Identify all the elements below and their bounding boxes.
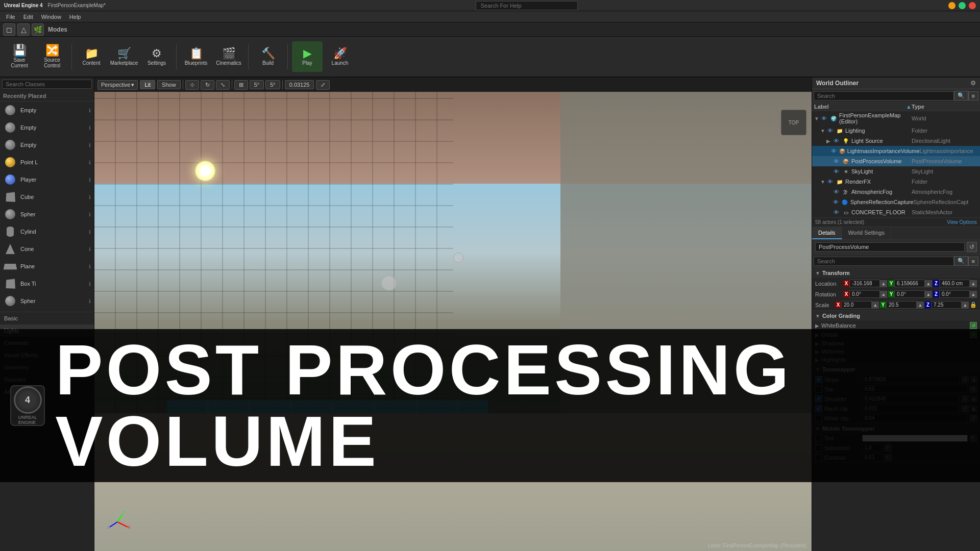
- build-button[interactable]: 🔨 Build: [253, 41, 283, 72]
- cinematics-button[interactable]: 🎬 Cinematics: [213, 41, 244, 72]
- placement-item-10[interactable]: Box Ti ℹ: [0, 275, 94, 292]
- wo-item-lightmass[interactable]: 👁 📦 LightmassImportanceVolume LightmassI…: [812, 146, 980, 156]
- wo-eye-renderfx[interactable]: 👁: [827, 179, 836, 185]
- viewport-nav-cube[interactable]: TOP: [781, 110, 806, 135]
- color-grading-header[interactable]: ▼ Color Grading: [812, 311, 980, 321]
- vp-rotate-tool[interactable]: ↻: [201, 80, 214, 90]
- blueprints-button[interactable]: 📋 Blueprints: [181, 41, 211, 72]
- wo-eye-sphere-ref[interactable]: 👁: [833, 199, 841, 205]
- wo-eye-skylight[interactable]: 👁: [834, 168, 842, 174]
- maximize-button[interactable]: [959, 2, 966, 9]
- mode-foliage-icon[interactable]: 🌿: [32, 23, 44, 36]
- help-search-input[interactable]: [476, 1, 578, 10]
- wo-list-view-button[interactable]: ≡: [968, 91, 978, 101]
- scale-z-reset[interactable]: ▲: [962, 302, 969, 309]
- dp-view-btn[interactable]: ≡: [968, 257, 978, 266]
- placement-item-2[interactable]: Empty ℹ: [0, 136, 94, 154]
- tab-world-settings[interactable]: World Settings: [842, 227, 891, 239]
- placement-item-0[interactable]: Empty ℹ: [0, 102, 94, 119]
- rotation-z-input[interactable]: [939, 290, 970, 298]
- vp-scale-tool[interactable]: ⤡: [216, 80, 230, 90]
- wo-expand-renderfx[interactable]: ▼: [820, 179, 827, 185]
- wo-expand-lighting[interactable]: ▼: [820, 128, 827, 134]
- wo-search-input[interactable]: [814, 91, 954, 101]
- scale-y-reset[interactable]: ▲: [917, 302, 924, 309]
- wo-item-atmfog[interactable]: 👁 🌫 AtmosphericFog AtmosphericFog: [812, 187, 980, 197]
- rotation-y-input[interactable]: [894, 290, 925, 298]
- marketplace-button[interactable]: 🛒 Marketplace: [109, 41, 139, 72]
- wo-search-button[interactable]: 🔍: [954, 91, 968, 101]
- wo-item-sphere-ref[interactable]: 👁 🔵 SphereReflectionCapture SphereReflec…: [812, 197, 980, 207]
- wo-item-skylight[interactable]: 👁 ☀ SkyLight SkyLight: [812, 166, 980, 177]
- viewport-show-button[interactable]: Show: [157, 80, 181, 89]
- placement-item-3[interactable]: Point L ℹ: [0, 154, 94, 171]
- location-x-reset[interactable]: ▲: [880, 280, 887, 287]
- cg-whitebalance-reset[interactable]: ↺: [970, 322, 977, 329]
- play-button[interactable]: ▶ Play: [292, 41, 323, 72]
- wo-expand-world[interactable]: ▼: [814, 116, 821, 121]
- wo-item-world[interactable]: ▼ 👁 🌍 FirstPersonExampleMap (Editor) Wor…: [812, 111, 980, 126]
- mode-select-icon[interactable]: ◻: [3, 23, 15, 36]
- scale-z-input[interactable]: [931, 301, 962, 309]
- placement-item-5[interactable]: Cube ℹ: [0, 188, 94, 206]
- vp-translate-tool[interactable]: ⊹: [185, 80, 199, 90]
- wo-eye-ppv[interactable]: 👁: [834, 158, 842, 164]
- wo-item-lighting[interactable]: ▼ 👁 📁 Lighting Folder: [812, 126, 980, 136]
- wo-item-concrete-floor[interactable]: 👁 ▭ CONCRETE_FLOOR StaticMeshActor: [812, 207, 980, 217]
- wo-item-ppv[interactable]: 👁 📦 PostProcessVolume PostProcessVolume: [812, 156, 980, 166]
- wo-sort-icon[interactable]: ▲: [906, 104, 912, 110]
- sidebar-item-basic[interactable]: Basic: [0, 312, 94, 324]
- viewport-lit-button[interactable]: Lit: [140, 80, 155, 89]
- menu-help[interactable]: Help: [65, 14, 85, 20]
- tab-details[interactable]: Details: [812, 227, 842, 239]
- vp-camera-speed[interactable]: 0.03125: [285, 80, 314, 89]
- scale-lock-icon[interactable]: 🔒: [970, 302, 977, 308]
- vp-maximize[interactable]: ⤢: [316, 80, 330, 90]
- transform-header[interactable]: ▼ Transform: [812, 268, 980, 278]
- menu-file[interactable]: File: [2, 14, 19, 20]
- location-z-reset[interactable]: ▲: [970, 280, 977, 287]
- launch-button[interactable]: 🚀 Launch: [325, 41, 355, 72]
- wo-eye-lightsource[interactable]: 👁: [834, 138, 842, 144]
- wo-eye-atmfog[interactable]: 👁: [834, 189, 842, 195]
- menu-edit[interactable]: Edit: [19, 14, 37, 20]
- scale-y-input[interactable]: [886, 301, 917, 309]
- save-current-button[interactable]: 💾 Save Current: [4, 41, 35, 72]
- dp-search-input[interactable]: [814, 257, 954, 266]
- placement-item-8[interactable]: Cone ℹ: [0, 240, 94, 258]
- rotation-z-reset[interactable]: ▲: [970, 291, 977, 298]
- wo-eye-concrete-floor[interactable]: 👁: [834, 209, 842, 215]
- wo-item-renderfx[interactable]: ▼ 👁 📁 RenderFX Folder: [812, 177, 980, 187]
- wo-eye-lightmass[interactable]: 👁: [831, 148, 838, 154]
- placement-item-9[interactable]: Plane ℹ: [0, 258, 94, 275]
- mode-landscape-icon[interactable]: △: [17, 23, 30, 36]
- location-z-input[interactable]: [939, 280, 970, 287]
- wo-settings-icon[interactable]: ⚙: [970, 80, 976, 87]
- vp-grid-snap[interactable]: ⊞: [234, 80, 248, 90]
- location-x-input[interactable]: [849, 280, 880, 287]
- minimize-button[interactable]: [948, 2, 955, 9]
- placement-item-11[interactable]: Spher ℹ: [0, 292, 94, 310]
- dp-name-reset[interactable]: ↺: [967, 242, 977, 252]
- settings-button[interactable]: ⚙ Settings: [141, 41, 172, 72]
- placement-item-4[interactable]: Player ℹ: [0, 171, 94, 188]
- placement-item-6[interactable]: Spher ℹ: [0, 206, 94, 223]
- placement-item-7[interactable]: Cylind ℹ: [0, 223, 94, 240]
- vp-grid-size[interactable]: 5°: [250, 80, 264, 89]
- menu-window[interactable]: Window: [37, 14, 65, 20]
- source-control-button[interactable]: 🔀 Source Control: [37, 41, 67, 72]
- viewport-mode-dropdown[interactable]: Perspective ▾: [97, 80, 138, 90]
- wo-item-lightsource[interactable]: ▶ 👁 💡 Light Source DirectionalLight: [812, 136, 980, 146]
- scale-x-reset[interactable]: ▲: [872, 302, 879, 309]
- rotation-y-reset[interactable]: ▲: [925, 291, 932, 298]
- search-classes-input[interactable]: [2, 80, 92, 89]
- vp-scale-snap[interactable]: 5°: [265, 80, 280, 89]
- wo-eye-lighting[interactable]: 👁: [827, 128, 836, 134]
- wo-expand-lightsource[interactable]: ▶: [826, 138, 834, 144]
- content-button[interactable]: 📁 Content: [76, 41, 107, 72]
- wo-eye-world[interactable]: 👁: [821, 115, 829, 121]
- dp-name-input[interactable]: [815, 242, 965, 252]
- location-y-reset[interactable]: ▲: [925, 280, 932, 287]
- close-button[interactable]: [969, 2, 976, 9]
- wo-view-options-button[interactable]: View Options: [947, 219, 977, 225]
